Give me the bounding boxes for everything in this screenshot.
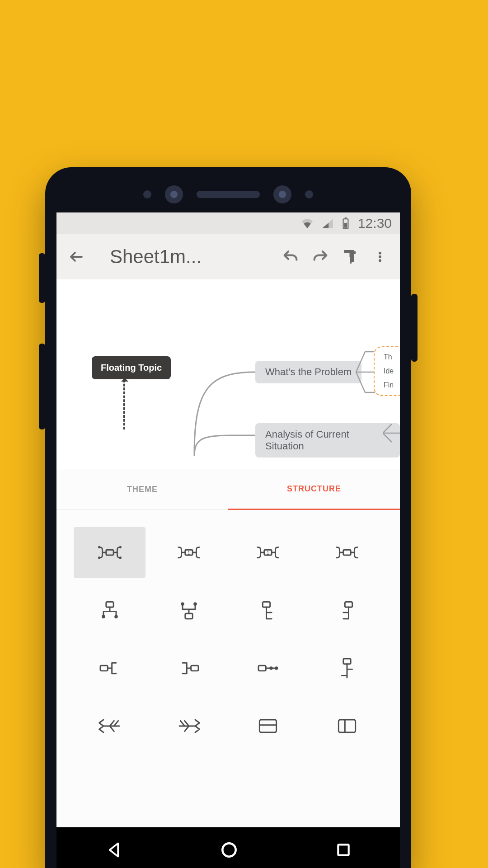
- partial-node-group: Th Ide Fin: [374, 346, 400, 396]
- side-button: [39, 344, 45, 429]
- tab-structure[interactable]: STRUCTURE: [228, 469, 400, 510]
- connector-line: [192, 429, 260, 460]
- structure-option-map-clockwise[interactable]: 1: [149, 524, 228, 581]
- structure-option-tree-left[interactable]: [307, 581, 386, 639]
- structure-option-timeline-vertical[interactable]: [307, 639, 386, 697]
- brace-icon: [383, 422, 400, 444]
- svg-rect-25: [263, 602, 270, 607]
- structure-option-logic-left[interactable]: [149, 639, 228, 697]
- nav-home-button[interactable]: [219, 840, 239, 860]
- battery-icon: [342, 217, 350, 229]
- status-bar: 12:30: [56, 212, 400, 234]
- svg-point-13: [120, 557, 121, 558]
- svg-point-30: [270, 667, 272, 670]
- svg-text:1: 1: [188, 550, 190, 556]
- svg-point-10: [99, 547, 99, 547]
- app-toolbar: Sheet1m...: [56, 234, 400, 279]
- structure-option-timeline-horizontal[interactable]: [228, 639, 307, 697]
- undo-button[interactable]: [281, 247, 300, 267]
- svg-point-35: [222, 843, 235, 856]
- structure-option-map-alt[interactable]: [307, 524, 386, 581]
- tab-theme[interactable]: THEME: [56, 469, 228, 510]
- svg-point-24: [194, 603, 196, 605]
- back-button[interactable]: [66, 247, 86, 267]
- svg-rect-22: [185, 613, 192, 619]
- svg-rect-9: [106, 550, 113, 555]
- svg-rect-34: [338, 720, 355, 732]
- sheet-tabs: THEME STRUCTURE: [56, 469, 400, 510]
- svg-point-8: [379, 259, 381, 262]
- svg-point-31: [275, 667, 277, 670]
- svg-rect-2: [344, 223, 347, 228]
- structure-option-map-balanced[interactable]: [74, 527, 145, 578]
- svg-point-20: [102, 616, 104, 618]
- partial-node[interactable]: Fin: [384, 381, 400, 389]
- structure-option-logic-right[interactable]: [70, 639, 149, 697]
- svg-rect-19: [106, 602, 113, 607]
- mindmap-canvas[interactable]: Floating Topic What's the Problem Analys…: [56, 279, 400, 469]
- svg-rect-1: [345, 217, 347, 219]
- signal-icon: [322, 218, 333, 228]
- svg-point-6: [379, 252, 381, 255]
- format-button[interactable]: [340, 247, 360, 267]
- structure-option-org-up[interactable]: [149, 581, 228, 639]
- nav-back-button[interactable]: [104, 840, 124, 860]
- svg-rect-33: [259, 720, 276, 732]
- wifi-icon: [301, 218, 314, 228]
- structure-grid: 1 1: [56, 510, 400, 760]
- svg-rect-29: [258, 665, 266, 671]
- svg-point-21: [115, 616, 117, 618]
- structure-option-tree-right[interactable]: [228, 581, 307, 639]
- partial-node[interactable]: Th: [384, 353, 400, 361]
- svg-rect-36: [338, 844, 348, 855]
- more-button[interactable]: [370, 247, 390, 267]
- svg-rect-32: [343, 659, 350, 664]
- svg-rect-18: [343, 550, 350, 555]
- document-title[interactable]: Sheet1m...: [110, 246, 202, 268]
- phone-notch: [45, 181, 411, 208]
- structure-option-matrix[interactable]: [307, 697, 386, 755]
- svg-point-23: [181, 603, 183, 605]
- structure-option-spreadsheet[interactable]: [228, 697, 307, 755]
- svg-rect-27: [100, 665, 108, 671]
- structure-option-fishbone-right[interactable]: [149, 697, 228, 755]
- side-button: [411, 294, 418, 362]
- bottom-sheet: THEME STRUCTURE 1 1: [56, 469, 400, 868]
- mindmap-node[interactable]: What's the Problem: [255, 361, 361, 383]
- floating-topic-node[interactable]: Floating Topic: [92, 356, 171, 379]
- svg-point-7: [379, 255, 381, 258]
- android-navbar: [56, 827, 400, 868]
- partial-node[interactable]: Ide: [384, 367, 400, 375]
- svg-rect-5: [350, 255, 352, 264]
- nav-recent-button[interactable]: [334, 841, 352, 859]
- status-time: 12:30: [358, 216, 392, 231]
- screen: 12:30 Sheet1m... Floating Topic: [56, 212, 400, 868]
- svg-point-11: [99, 557, 99, 558]
- svg-point-12: [120, 547, 121, 547]
- structure-option-map-anticlockwise[interactable]: 1: [228, 524, 307, 581]
- svg-rect-26: [345, 602, 352, 607]
- structure-option-fishbone-left[interactable]: [70, 697, 149, 755]
- redo-button[interactable]: [310, 247, 330, 267]
- floating-connector: [123, 380, 125, 429]
- svg-text:1: 1: [267, 550, 269, 556]
- svg-rect-28: [191, 665, 198, 671]
- phone-frame: 12:30 Sheet1m... Floating Topic: [45, 167, 411, 868]
- structure-option-org-down[interactable]: [70, 581, 149, 639]
- side-button: [39, 253, 45, 303]
- mindmap-node[interactable]: Analysis of Current Situation: [255, 423, 400, 458]
